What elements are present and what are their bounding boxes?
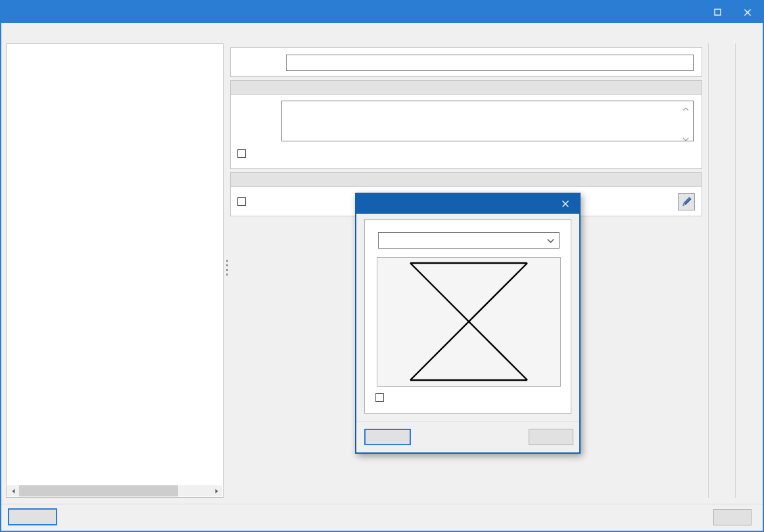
close-button[interactable] [732, 1, 763, 23]
dialog-title [383, 194, 553, 214]
close-icon [561, 200, 569, 208]
valve-bowtie-symbol [377, 258, 560, 386]
llave-abonado-checkbox-row [237, 149, 250, 158]
window-controls [702, 1, 763, 23]
scroll-right-arrow-icon[interactable] [211, 485, 222, 496]
dialog-accept-button[interactable] [364, 429, 411, 445]
vertical-separator [735, 43, 736, 498]
custom-color-checkbox[interactable] [375, 393, 384, 402]
scroll-left-arrow-icon[interactable] [7, 485, 18, 496]
symbol-preview [377, 257, 561, 387]
options-general-window [0, 0, 764, 532]
referencia-box [230, 47, 702, 77]
window-title [1, 1, 701, 23]
tree-horizontal-scrollbar[interactable] [7, 485, 222, 496]
vertical-separator [708, 43, 709, 498]
referencia-input[interactable] [286, 55, 694, 71]
chevron-down-icon [547, 239, 554, 243]
dialog-titlebar [356, 194, 579, 214]
simbolo-checkbox-row [237, 197, 250, 206]
scrollbar-thumb[interactable] [19, 485, 178, 496]
dialog-close-button[interactable] [552, 194, 579, 214]
edit-symbol-button[interactable] [678, 193, 695, 210]
symbol-type-select[interactable] [378, 232, 560, 249]
cancel-button[interactable] [713, 509, 752, 525]
symbol-panel [364, 219, 571, 414]
simbolo-checkbox[interactable] [237, 197, 246, 206]
panel-splitter[interactable] [226, 260, 229, 276]
descripcion-textarea[interactable] [281, 101, 694, 141]
pencil-icon [680, 195, 693, 208]
close-icon [744, 9, 752, 16]
llave-abonado-checkbox[interactable] [237, 149, 246, 158]
simbolo-dialog [355, 193, 581, 454]
custom-color-checkbox-row [375, 393, 388, 402]
representacion-header [231, 173, 702, 187]
footer-separator [1, 504, 763, 504]
options-tree-panel [6, 43, 224, 498]
scroll-down-icon[interactable] [682, 133, 689, 143]
maximize-button[interactable] [702, 1, 732, 23]
scroll-up-icon[interactable] [682, 103, 689, 113]
dialog-cancel-button[interactable] [529, 429, 573, 445]
dialog-footer-separator [356, 422, 579, 422]
caracteristicas-section [230, 80, 702, 169]
caracteristicas-header [231, 81, 702, 95]
maximize-icon [714, 9, 721, 16]
titlebar [1, 1, 763, 23]
options-tree [7, 46, 222, 485]
accept-button[interactable] [8, 508, 57, 525]
